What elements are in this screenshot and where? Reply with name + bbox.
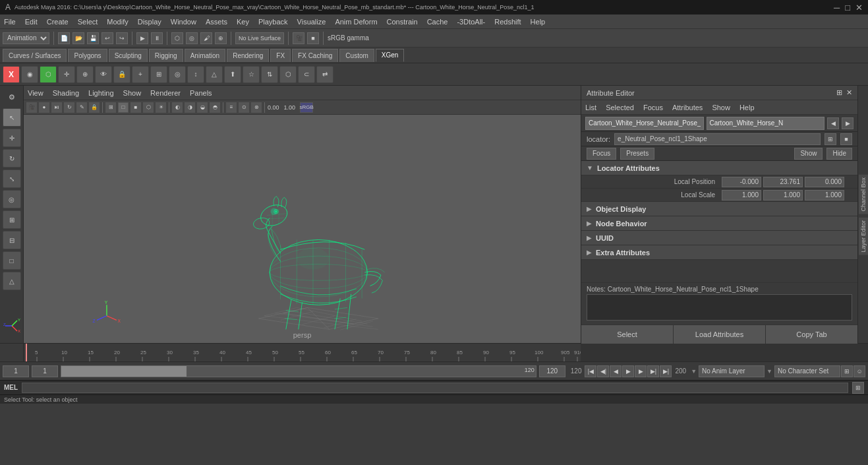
- notes-textarea[interactable]: [587, 294, 852, 321]
- viewport-menu-lighting[interactable]: Lighting: [88, 89, 114, 97]
- minimize-button[interactable]: ─: [834, 3, 840, 13]
- hide-button[interactable]: Hide: [826, 148, 852, 160]
- load-attributes-button[interactable]: Load Attributes: [674, 325, 766, 344]
- attr-menu-list[interactable]: List: [585, 104, 596, 111]
- locator-icon1[interactable]: ⊞: [825, 133, 836, 145]
- shelf-tab-custom[interactable]: Custom: [339, 49, 374, 62]
- uuid-header[interactable]: ▶ UUID: [581, 231, 857, 245]
- extra-attributes-header[interactable]: ▶ Extra Attributes: [581, 245, 857, 260]
- viewport-menu-view[interactable]: View: [28, 89, 43, 97]
- attr-menu-focus[interactable]: Focus: [643, 104, 663, 111]
- char-ctrl-icon[interactable]: ☺: [854, 365, 865, 377]
- select-button[interactable]: Select: [581, 325, 674, 344]
- vp-record-icon[interactable]: ●: [39, 102, 49, 113]
- vp-icon5[interactable]: ✎: [76, 102, 87, 113]
- play-btn[interactable]: ▶: [622, 365, 634, 377]
- prev-key-btn[interactable]: ◀|: [597, 365, 609, 377]
- local-scale-x[interactable]: [722, 190, 761, 201]
- scale-tool-icon[interactable]: ⤡: [3, 170, 21, 188]
- shelf-icon-13[interactable]: ⬆: [224, 66, 241, 83]
- node-next-icon[interactable]: ▶: [842, 117, 854, 129]
- shelf-icon-2[interactable]: ◉: [21, 66, 38, 83]
- viewport-menu-renderer[interactable]: Renderer: [150, 89, 181, 97]
- box-icon[interactable]: □: [3, 251, 21, 270]
- shelf-tab-curves[interactable]: Curves / Surfaces: [3, 49, 67, 62]
- menu-key[interactable]: Key: [237, 18, 249, 26]
- channel-box-tab[interactable]: Channel Box: [859, 174, 868, 214]
- locator-icon2[interactable]: ■: [840, 133, 852, 145]
- shelf-icon-12[interactable]: △: [206, 66, 223, 83]
- vp-cam-icon[interactable]: 🎥: [26, 102, 37, 113]
- timeline-canvas[interactable]: 5 10 15 20 25 30 35 40 45 50 5: [24, 344, 581, 362]
- focus-button[interactable]: Focus: [587, 148, 616, 160]
- menu-window[interactable]: Window: [171, 18, 196, 26]
- vp-texture-icon[interactable]: ⬡: [143, 102, 154, 113]
- vp-wireframe-icon[interactable]: □: [118, 102, 129, 113]
- anim-layers-icon[interactable]: ⊞: [841, 365, 853, 377]
- undo-icon[interactable]: ↩: [101, 32, 113, 44]
- vp-light-icon[interactable]: ☀: [156, 102, 166, 113]
- local-pos-y[interactable]: [763, 177, 803, 187]
- cam-icon[interactable]: 🎥: [293, 32, 304, 44]
- shelf-tab-rigging[interactable]: Rigging: [149, 49, 183, 62]
- node2-field[interactable]: [707, 117, 825, 130]
- triangle-icon[interactable]: △: [3, 272, 21, 290]
- vp-aa-icon[interactable]: ◒: [197, 102, 208, 113]
- lasso-icon[interactable]: ◎: [186, 32, 198, 44]
- shelf-icon-3[interactable]: ⬡: [40, 66, 57, 83]
- attr-editor-close-icon[interactable]: ✕: [846, 88, 852, 97]
- mel-input[interactable]: [22, 383, 848, 393]
- shelf-icon-select[interactable]: X: [3, 66, 20, 83]
- close-button[interactable]: ✕: [855, 3, 863, 13]
- current-frame-input[interactable]: [32, 365, 58, 377]
- attr-menu-show[interactable]: Show: [712, 104, 730, 111]
- viewport-menu-panels[interactable]: Panels: [190, 89, 212, 97]
- vp-grid-icon[interactable]: ⊞: [105, 102, 116, 113]
- viewport-canvas[interactable]: X Y Z persp: [24, 115, 581, 343]
- show-button[interactable]: Show: [794, 148, 823, 160]
- local-scale-y[interactable]: [763, 190, 803, 201]
- menu-file[interactable]: File: [4, 18, 16, 26]
- render-icon[interactable]: ■: [307, 32, 319, 44]
- vp-isolate-icon[interactable]: ⊙: [239, 102, 249, 113]
- viewport-menu-shading[interactable]: Shading: [53, 89, 79, 97]
- rotate-tool-icon[interactable]: ↻: [3, 149, 21, 168]
- mel-execute-icon[interactable]: ⊞: [852, 382, 864, 394]
- node1-field[interactable]: [585, 117, 704, 130]
- next-key-btn[interactable]: ▶|: [647, 365, 659, 377]
- attr-menu-help[interactable]: Help: [739, 104, 755, 111]
- settings-gear-icon[interactable]: ⚙: [3, 88, 21, 106]
- shelf-icon-9[interactable]: ⊞: [150, 66, 167, 83]
- title-bar-controls[interactable]: ─ □ ✕: [834, 3, 863, 13]
- vp-ssao-icon[interactable]: ◑: [185, 102, 195, 113]
- menu-playback[interactable]: Playback: [258, 18, 288, 26]
- menu-create[interactable]: Create: [47, 18, 69, 26]
- local-scale-z[interactable]: [805, 190, 844, 201]
- shelf-icon-16[interactable]: ⬡: [279, 66, 297, 83]
- viewport-menu-show[interactable]: Show: [123, 89, 142, 97]
- go-start-btn[interactable]: |◀: [585, 365, 596, 377]
- shelf-tab-polygons[interactable]: Polygons: [68, 49, 107, 62]
- vp-dof-icon[interactable]: ◓: [210, 102, 220, 113]
- shelf-tab-animation[interactable]: Animation: [185, 49, 225, 62]
- local-pos-z[interactable]: [805, 177, 844, 187]
- menu-cache[interactable]: Cache: [427, 18, 448, 26]
- anim-layer-input[interactable]: [699, 365, 765, 377]
- shelf-icon-18[interactable]: ⇄: [316, 66, 333, 83]
- vp-solid-icon[interactable]: ■: [130, 102, 141, 113]
- menu-edit[interactable]: Edit: [25, 18, 38, 26]
- shelf-tab-xgen[interactable]: XGen: [376, 49, 405, 62]
- menu-3dtoall[interactable]: -3DtoAll-: [457, 18, 485, 26]
- presets-button[interactable]: Presets: [620, 148, 654, 160]
- save-icon[interactable]: 💾: [87, 32, 99, 44]
- open-icon[interactable]: 📂: [72, 32, 84, 44]
- shelf-icon-14[interactable]: ☆: [243, 66, 260, 83]
- menu-anim-deform[interactable]: Anim Deform: [335, 18, 377, 26]
- snap-icon[interactable]: ◎: [3, 190, 21, 208]
- menu-display[interactable]: Display: [138, 18, 161, 26]
- vp-icon4[interactable]: ↻: [64, 102, 74, 113]
- mode-dropdown[interactable]: Animation: [3, 32, 49, 44]
- paint-icon[interactable]: 🖌: [200, 32, 212, 44]
- shelf-icon-10[interactable]: ◎: [169, 66, 186, 83]
- shelf-icon-17[interactable]: ⊂: [298, 66, 315, 83]
